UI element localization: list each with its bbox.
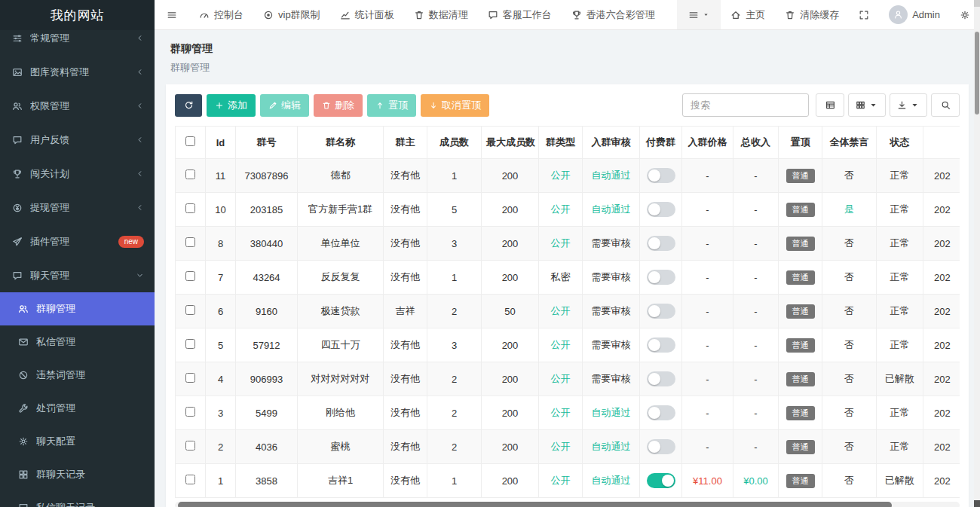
paid-toggle[interactable] — [647, 202, 675, 217]
row-checkbox[interactable] — [185, 373, 195, 383]
search-input[interactable] — [682, 93, 809, 117]
sidebar-item-chat[interactable]: 聊天管理 — [0, 258, 155, 292]
toggle-view-button[interactable] — [816, 93, 844, 117]
nav-menu-dropdown[interactable] — [677, 0, 721, 30]
nav-item-data-clean[interactable]: 数据清理 — [404, 0, 478, 30]
pin-top-button[interactable]: 置顶 — [367, 94, 416, 117]
paid-toggle[interactable] — [647, 337, 675, 353]
columns-icon — [856, 100, 865, 110]
sidebar-item-feedback[interactable]: 用户反馈 — [0, 123, 155, 157]
sidebar-item-levels[interactable]: 闯关计划 — [0, 157, 155, 191]
horizontal-scrollbar-thumb[interactable] — [178, 502, 892, 507]
row-checkbox[interactable] — [185, 237, 195, 247]
column-header[interactable]: 状态 — [877, 127, 923, 159]
sidebar-subitem-private-msg[interactable]: 私信管理 — [0, 325, 155, 359]
row-checkbox[interactable] — [185, 203, 195, 213]
column-header[interactable] — [923, 127, 960, 159]
row-checkbox[interactable] — [185, 441, 195, 450]
sidebar-subitem-private-chat-log[interactable]: 私信聊天记录 — [0, 491, 155, 507]
vertical-scrollbar[interactable] — [974, 0, 980, 507]
cell-type: 公开 — [551, 475, 571, 486]
page-head: 群聊管理 群聊管理 — [155, 30, 980, 84]
nav-item-stats[interactable]: 统计面板 — [330, 0, 404, 30]
row-checkbox[interactable] — [185, 305, 195, 315]
nav-item-vip-limit[interactable]: vip群限制 — [253, 0, 330, 30]
cell-owner: 没有他 — [390, 441, 420, 452]
unpin-top-button[interactable]: 取消置顶 — [421, 94, 489, 117]
cell: 202 — [923, 430, 960, 464]
paid-toggle[interactable] — [647, 270, 675, 285]
cell-owner: 没有他 — [390, 407, 420, 418]
column-header[interactable]: 全体禁言 — [822, 127, 877, 159]
new-badge: new — [118, 236, 144, 248]
paid-toggle[interactable] — [647, 405, 675, 420]
vertical-scrollbar-thumb[interactable] — [975, 32, 979, 115]
column-header[interactable]: 入群审核 — [583, 127, 640, 159]
scroll-down-button[interactable] — [974, 500, 980, 507]
column-header[interactable]: 群主 — [384, 127, 427, 159]
paid-toggle[interactable] — [647, 439, 675, 454]
cell: ¥11.00 — [682, 464, 733, 498]
edit-button[interactable]: 编辑 — [260, 94, 309, 117]
nav-home[interactable]: 主页 — [721, 0, 775, 30]
sidebar-item-permissions[interactable]: 权限管理 — [0, 89, 155, 123]
nav-clear-cache[interactable]: 清除缓存 — [775, 0, 849, 30]
add-button[interactable]: 添加 — [207, 94, 256, 117]
sidebar-subitem-label: 群聊天记录 — [36, 468, 144, 481]
column-header[interactable]: 入群价格 — [682, 127, 733, 159]
horizontal-scrollbar[interactable] — [175, 502, 960, 507]
nav-item-lottery[interactable]: 香港六合彩管理 — [562, 0, 665, 30]
cell: 正常 — [877, 261, 923, 295]
paid-toggle[interactable] — [647, 473, 675, 488]
export-dropdown-button[interactable] — [890, 93, 927, 117]
select-all-checkbox[interactable] — [185, 136, 195, 146]
column-header[interactable]: 付费群 — [640, 127, 682, 159]
nav-fullscreen[interactable] — [849, 0, 879, 30]
sidebar-item-general[interactable]: 常规管理 — [0, 30, 155, 55]
cell: 否 — [822, 261, 877, 295]
column-header[interactable]: 成员数 — [427, 127, 482, 159]
cell-income: - — [754, 306, 757, 317]
nav-user[interactable]: Admin — [879, 0, 950, 30]
scroll-up-button[interactable] — [974, 0, 980, 7]
sidebar-submenu: 群聊管理私信管理违禁词管理处罚管理聊天配置群聊天记录私信聊天记录 — [0, 292, 155, 507]
sidebar-subitem-banned-words[interactable]: 违禁词管理 — [0, 359, 155, 392]
sidebar-subitem-chat-config[interactable]: 聊天配置 — [0, 425, 155, 458]
paid-toggle[interactable] — [647, 304, 675, 319]
row-checkbox[interactable] — [185, 170, 195, 179]
cell-max_members: 200 — [502, 441, 519, 453]
sidebar-subitem-group-chat-log[interactable]: 群聊天记录 — [0, 458, 155, 491]
users-icon — [18, 304, 29, 314]
nav-item-console[interactable]: 控制台 — [189, 0, 253, 30]
sidebar-toggle-button[interactable] — [155, 0, 189, 30]
paid-toggle[interactable] — [647, 168, 675, 183]
search-button[interactable] — [931, 93, 960, 117]
column-header[interactable]: Id — [206, 127, 236, 159]
nav-item-support[interactable]: 客服工作台 — [478, 0, 562, 30]
column-header[interactable]: 群名称 — [298, 127, 384, 159]
cell: 没有他 — [384, 159, 427, 193]
cell: ¥0.00 — [733, 464, 779, 498]
row-checkbox[interactable] — [185, 475, 195, 484]
cell-price: - — [706, 374, 709, 385]
sidebar-item-withdraw[interactable]: 提现管理 — [0, 191, 155, 224]
sidebar-item-gallery[interactable]: 图库资料管理 — [0, 55, 155, 89]
columns-dropdown-button[interactable] — [848, 93, 886, 117]
sidebar-subitem-group-chat[interactable]: 群聊管理 — [0, 292, 155, 325]
sidebar-subitem-punishment[interactable]: 处罚管理 — [0, 392, 155, 425]
envelope-icon — [18, 337, 29, 347]
column-header[interactable]: 最大成员数 — [482, 127, 539, 159]
column-header[interactable]: 总收入 — [733, 127, 779, 159]
column-header[interactable]: 群类型 — [539, 127, 583, 159]
paid-toggle[interactable] — [647, 371, 675, 386]
delete-button[interactable]: 删除 — [314, 94, 363, 117]
cell-mute_all: 否 — [844, 305, 854, 316]
refresh-button[interactable] — [175, 94, 202, 117]
row-checkbox[interactable] — [185, 407, 195, 417]
column-header[interactable]: 群号 — [236, 127, 298, 159]
sidebar-item-plugins[interactable]: 插件管理new — [0, 224, 155, 258]
row-checkbox[interactable] — [185, 339, 195, 349]
paid-toggle[interactable] — [647, 236, 675, 251]
column-header[interactable]: 置顶 — [779, 127, 822, 159]
row-checkbox[interactable] — [185, 271, 195, 281]
